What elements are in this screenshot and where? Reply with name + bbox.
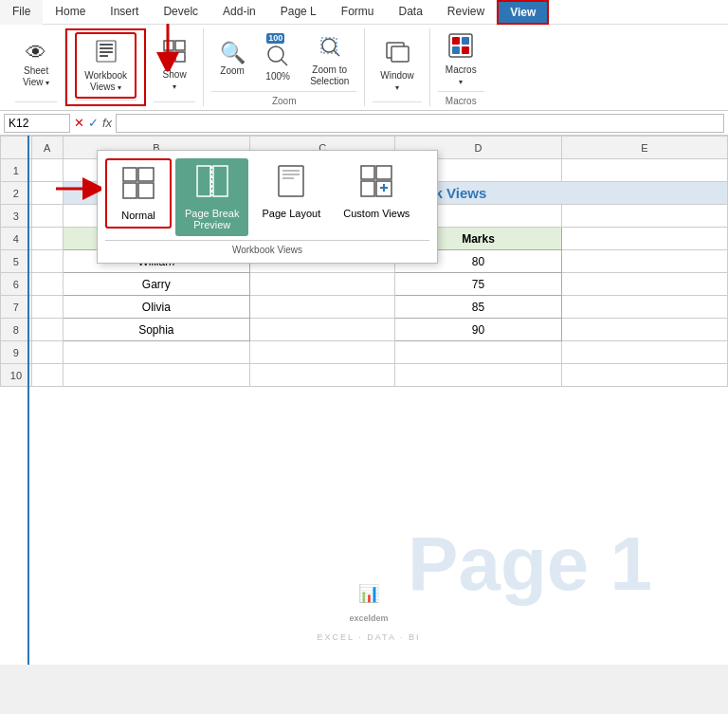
custom-views-label: Custom Views (343, 208, 410, 219)
zoom-selection-icon (317, 32, 343, 63)
cell-a1[interactable] (31, 159, 63, 182)
zoom-icon: 🔍 (220, 43, 246, 64)
cell-b9[interactable] (63, 341, 249, 364)
cell-a3[interactable] (31, 205, 63, 228)
cell-b7[interactable]: Olivia (63, 296, 249, 319)
window-button[interactable]: Window▾ (373, 34, 422, 97)
tab-insert[interactable]: Insert (98, 0, 151, 25)
ribbon-group-show: Show▾ (146, 28, 204, 106)
svg-rect-4 (100, 55, 108, 57)
normal-view-button[interactable]: Normal (105, 158, 172, 229)
svg-rect-20 (462, 46, 469, 54)
table-row: 9 (1, 341, 728, 364)
ribbon-group-workbook-views: WorkbookViews ▾ (65, 28, 146, 106)
show-button[interactable]: Show▾ (154, 35, 195, 96)
tab-formu[interactable]: Formu (329, 0, 387, 25)
tab-home[interactable]: Home (43, 0, 98, 25)
workbook-views-button[interactable]: WorkbookViews ▾ (75, 32, 136, 99)
tab-file[interactable]: File (0, 0, 43, 25)
svg-rect-30 (213, 166, 228, 196)
cell-a7[interactable] (31, 296, 63, 319)
svg-rect-5 (164, 41, 173, 50)
page-break-preview-label: Page BreakPreview (185, 208, 239, 230)
custom-views-button[interactable]: Custom Views (334, 158, 419, 225)
tab-develc[interactable]: Develc (151, 0, 210, 25)
cell-e1[interactable] (561, 159, 727, 182)
confirm-formula-icon[interactable]: ✓ (88, 116, 99, 130)
cell-e3[interactable] (561, 205, 727, 228)
formula-icons: ✕ ✓ fx (74, 116, 112, 130)
zoom-100-icon: 100 (264, 37, 291, 69)
window-icon (384, 38, 410, 68)
cell-a6[interactable] (31, 273, 63, 296)
macros-group-label: Macros (438, 91, 484, 106)
cell-e8[interactable] (561, 319, 727, 341)
macros-button[interactable]: Macros▾ (438, 28, 484, 91)
sheet-view-items: 👁 SheetView ▾ (15, 28, 57, 101)
svg-rect-36 (361, 166, 374, 179)
page-break-icon (195, 164, 229, 205)
cell-e7[interactable] (561, 296, 727, 319)
sheet-view-button[interactable]: 👁 SheetView ▾ (15, 39, 57, 92)
cell-a9[interactable] (31, 341, 63, 364)
cell-b8[interactable]: Sophia (63, 319, 249, 341)
cell-e6[interactable] (561, 273, 727, 296)
tab-view[interactable]: View (497, 0, 549, 25)
custom-views-icon (359, 164, 393, 205)
cell-a4[interactable] (31, 228, 63, 250)
cell-d9[interactable] (395, 341, 561, 364)
cell-e10[interactable] (561, 364, 727, 387)
svg-rect-29 (197, 166, 210, 196)
svg-rect-2 (100, 47, 113, 49)
svg-line-10 (282, 60, 287, 65)
page-break-preview-button[interactable]: Page BreakPreview (175, 158, 248, 236)
svg-point-9 (268, 46, 283, 62)
cell-b6[interactable]: Garry (63, 273, 249, 296)
zoom-100-label: 100% (265, 71, 290, 82)
cell-d10[interactable] (395, 364, 561, 387)
svg-rect-19 (452, 46, 460, 54)
cell-c10[interactable] (249, 364, 394, 387)
cell-d8[interactable]: 90 (395, 319, 561, 341)
cell-d6[interactable]: 75 (395, 273, 561, 296)
page-layout-button[interactable]: Page Layout (252, 158, 330, 225)
cell-c8[interactable] (249, 319, 394, 341)
cell-a10[interactable] (31, 364, 63, 387)
zoom-selection-button[interactable]: Zoom toSelection (302, 28, 356, 91)
cell-c9[interactable] (249, 341, 394, 364)
sheet-view-label: SheetView ▾ (23, 65, 49, 88)
svg-rect-37 (376, 166, 391, 179)
cell-e5[interactable] (561, 250, 727, 273)
cell-c6[interactable] (249, 273, 394, 296)
workbook-views-group-label (75, 100, 136, 104)
cell-reference-input[interactable] (4, 114, 70, 133)
cell-e4[interactable] (561, 228, 727, 250)
col-header-e[interactable]: E (561, 137, 727, 159)
tab-pagel[interactable]: Page L (268, 0, 329, 25)
zoom-100-button[interactable]: 100 100% (257, 33, 299, 86)
workbook-views-label: WorkbookViews ▾ (84, 70, 127, 93)
ribbon-tab-bar: File Home Insert Develc Add-in Page L Fo… (0, 0, 728, 25)
cell-b10[interactable] (63, 364, 249, 387)
tab-data[interactable]: Data (386, 0, 434, 25)
cell-e9[interactable] (561, 341, 727, 364)
svg-rect-17 (452, 37, 460, 45)
tab-review[interactable]: Review (435, 0, 497, 25)
formula-input[interactable] (116, 114, 724, 133)
col-header-a[interactable]: A (31, 137, 63, 159)
zoom-label: Zoom (220, 65, 245, 77)
svg-rect-27 (123, 183, 136, 198)
window-label: Window▾ (380, 70, 414, 93)
macros-icon (447, 32, 474, 63)
insert-function-icon[interactable]: fx (102, 116, 112, 130)
cell-c7[interactable] (249, 296, 394, 319)
zoom-button[interactable]: 🔍 Zoom (211, 39, 253, 81)
cell-a8[interactable] (31, 319, 63, 341)
cell-a5[interactable] (31, 250, 63, 273)
cell-a2[interactable] (31, 182, 63, 205)
zoom-group-label: Zoom (211, 91, 356, 106)
macros-label: Macros▾ (446, 64, 477, 87)
cancel-formula-icon[interactable]: ✕ (74, 116, 84, 130)
cell-d7[interactable]: 85 (395, 296, 561, 319)
tab-addin[interactable]: Add-in (210, 0, 268, 25)
